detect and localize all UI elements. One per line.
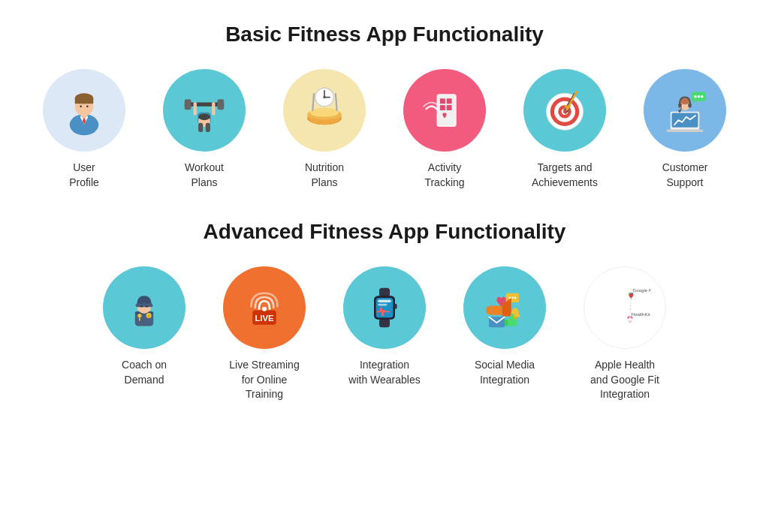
basic-section-title: Basic Fitness App Functionality	[17, 23, 752, 47]
svg-rect-46	[667, 129, 704, 132]
icon-label-workout-plans: WorkoutPlans	[185, 161, 224, 190]
svg-rect-10	[185, 99, 191, 110]
icon-circle-activity-tracking	[403, 69, 486, 152]
icon-label-live-streaming: Live Streamingfor OnlineTraining	[229, 358, 299, 402]
icon-item-coach-on-demand: ★ Coach onDemand	[95, 266, 193, 402]
icon-circle-workout-plans	[163, 69, 246, 152]
svg-point-54	[694, 95, 697, 98]
icon-item-customer-support: CustomerSupport	[636, 69, 734, 190]
svg-rect-18	[206, 123, 210, 132]
svg-point-8	[86, 105, 89, 107]
svg-rect-75	[378, 300, 391, 303]
svg-rect-49	[678, 103, 681, 107]
svg-rect-45	[672, 113, 698, 128]
icon-label-integration-wearables: Integrationwith Wearables	[348, 358, 420, 387]
svg-point-52	[678, 110, 681, 113]
svg-line-51	[680, 108, 682, 111]
svg-rect-30	[440, 98, 445, 104]
svg-point-64	[140, 305, 143, 308]
icon-label-targets-achievements: Targets andAchievements	[532, 161, 598, 190]
icon-item-social-media: Social MediaIntegration	[456, 266, 553, 402]
svg-rect-11	[218, 99, 225, 110]
svg-rect-71	[379, 288, 390, 297]
icon-label-activity-tracking: ActivityTracking	[424, 161, 464, 190]
svg-rect-32	[440, 105, 445, 110]
svg-line-26	[312, 94, 314, 110]
page-wrapper: Basic Fitness App Functionality	[17, 23, 752, 432]
svg-point-70	[262, 307, 267, 311]
basic-icon-grid: UserProfile	[17, 69, 752, 190]
svg-point-16	[198, 113, 210, 120]
svg-point-7	[80, 105, 82, 107]
advanced-icon-grid: ★ Coach onDemand LIVE Live	[17, 266, 752, 402]
svg-line-27	[336, 94, 337, 110]
svg-rect-17	[198, 123, 203, 132]
svg-rect-77	[394, 304, 397, 309]
icon-circle-social-media	[463, 266, 546, 349]
svg-rect-33	[447, 105, 452, 110]
svg-rect-50	[688, 103, 691, 107]
icon-item-live-streaming: LIVE Live Streamingfor OnlineTraining	[216, 266, 313, 402]
icon-label-apple-health: Apple Healthand Google FitIntegration	[590, 358, 659, 402]
svg-rect-83	[492, 306, 502, 315]
icon-circle-apple-health: Google Fit HealthKit	[584, 266, 666, 349]
svg-text:LIVE: LIVE	[255, 314, 274, 323]
icon-circle-user-profile	[43, 69, 125, 152]
svg-point-65	[146, 305, 148, 308]
svg-rect-76	[378, 304, 387, 306]
icon-circle-live-streaming: LIVE	[223, 266, 306, 349]
svg-rect-90	[628, 319, 632, 321]
icon-circle-integration-wearables	[343, 266, 426, 349]
svg-point-21	[310, 108, 339, 117]
svg-rect-72	[379, 318, 390, 327]
svg-rect-86	[505, 320, 508, 326]
svg-point-81	[511, 297, 514, 299]
icon-label-customer-support: CustomerSupport	[662, 161, 708, 190]
icon-item-nutrition-plans: NutritionPlans	[276, 69, 373, 190]
icon-item-workout-plans: WorkoutPlans	[155, 69, 253, 190]
icon-circle-targets-achievements	[523, 69, 606, 152]
svg-point-62	[137, 314, 141, 317]
icon-item-integration-wearables: Integrationwith Wearables	[336, 266, 433, 402]
svg-point-56	[701, 95, 704, 98]
svg-marker-57	[693, 101, 696, 104]
icon-item-targets-achievements: Targets andAchievements	[516, 69, 614, 190]
svg-text:HealthKit: HealthKit	[632, 311, 650, 317]
svg-point-41	[563, 110, 566, 113]
icon-label-nutrition-plans: NutritionPlans	[305, 161, 344, 190]
icon-circle-customer-support	[644, 69, 726, 152]
icon-label-coach-on-demand: Coach onDemand	[122, 358, 167, 387]
advanced-section-title: Advanced Fitness App Functionality	[17, 220, 752, 244]
icon-label-social-media: Social MediaIntegration	[475, 358, 535, 387]
icon-item-apple-health: Google Fit HealthKit Apple Healthand	[576, 266, 674, 402]
svg-rect-61	[136, 304, 153, 307]
svg-point-82	[514, 297, 517, 299]
icon-circle-nutrition-plans	[283, 69, 366, 152]
svg-rect-31	[447, 98, 452, 104]
icon-circle-coach-on-demand: ★	[103, 266, 185, 349]
icon-item-activity-tracking: ActivityTracking	[396, 69, 493, 190]
svg-text:Google Fit: Google Fit	[633, 287, 652, 293]
icon-label-user-profile: UserProfile	[69, 161, 99, 190]
svg-point-55	[698, 95, 701, 98]
icon-item-user-profile: UserProfile	[35, 69, 133, 190]
svg-rect-6	[75, 98, 94, 104]
